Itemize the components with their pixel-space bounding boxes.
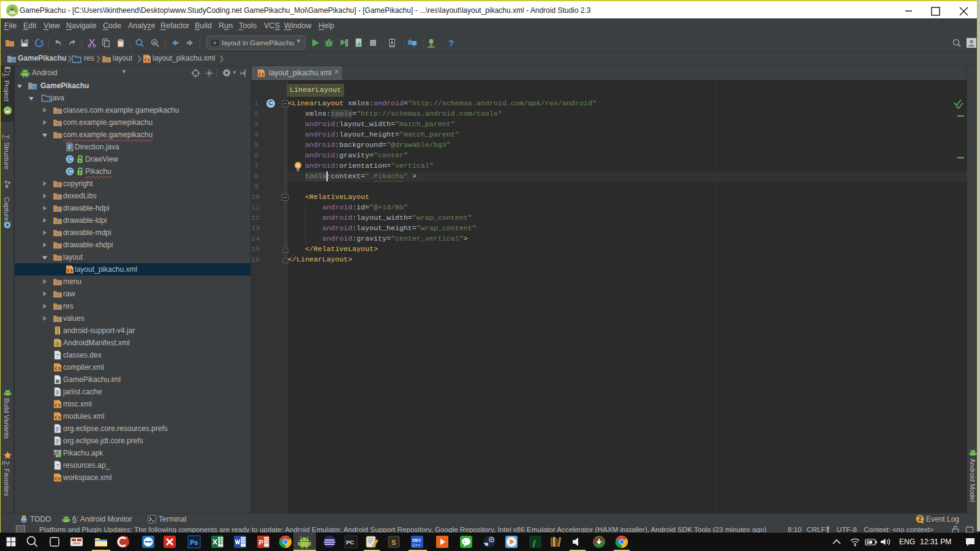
svg-text:2: 2 (918, 515, 922, 522)
svg-text:A: A (153, 40, 156, 45)
svg-text:?: ? (56, 353, 59, 359)
svg-text:S: S (391, 539, 396, 546)
svg-text:C: C (68, 168, 73, 175)
svg-text:Ps: Ps (190, 539, 198, 546)
svg-text:IJ: IJ (56, 379, 59, 383)
svg-text:C: C (68, 156, 73, 163)
svg-text:L: L (464, 540, 466, 544)
svg-text:C++: C++ (412, 543, 420, 547)
svg-text:PC: PC (346, 539, 354, 545)
svg-text:?: ? (56, 463, 59, 469)
svg-text:DEV: DEV (412, 538, 421, 542)
svg-text:P: P (259, 539, 263, 546)
svg-text:j: j (69, 144, 72, 150)
